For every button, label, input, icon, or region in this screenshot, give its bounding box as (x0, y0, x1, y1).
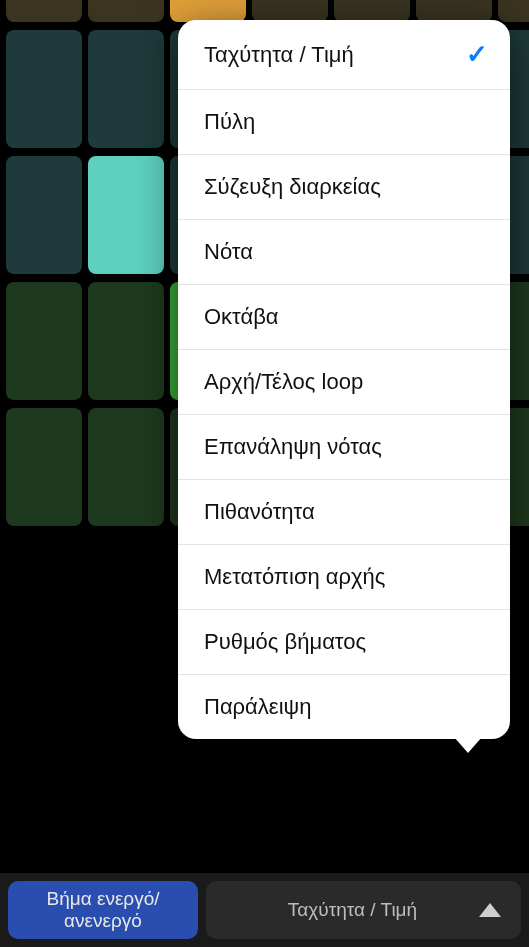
edit-mode-menu-item[interactable]: Πιθανότητα (178, 480, 510, 545)
sequencer-cell[interactable] (498, 0, 529, 22)
sequencer-cell[interactable] (88, 30, 164, 148)
edit-mode-menu-item[interactable]: Παράλειψη (178, 675, 510, 739)
edit-mode-menu-item[interactable]: Ταχύτητα / Τιμή✓ (178, 20, 510, 90)
menu-item-label: Επανάληψη νότας (204, 434, 382, 460)
edit-mode-menu: Ταχύτητα / Τιμή✓ΠύληΣύζευξη διαρκείαςΝότ… (178, 20, 510, 739)
sequencer-cell[interactable] (416, 0, 492, 22)
menu-item-label: Πιθανότητα (204, 499, 315, 525)
menu-item-label: Αρχή/Τέλος loop (204, 369, 363, 395)
menu-item-label: Σύζευξη διαρκείας (204, 174, 381, 200)
sequencer-cell[interactable] (334, 0, 410, 22)
step-toggle-button[interactable]: Βήμα ενεργό/ ανενεργό (8, 881, 198, 939)
sequencer-cell[interactable] (6, 0, 82, 22)
sequencer-cell[interactable] (88, 282, 164, 400)
edit-mode-menu-item[interactable]: Πύλη (178, 90, 510, 155)
chevron-up-icon (479, 903, 501, 917)
sequencer-cell[interactable] (6, 30, 82, 148)
edit-mode-button[interactable]: Ταχύτητα / Τιμή (206, 881, 521, 939)
edit-mode-menu-item[interactable]: Σύζευξη διαρκείας (178, 155, 510, 220)
edit-mode-menu-item[interactable]: Αρχή/Τέλος loop (178, 350, 510, 415)
bottom-toolbar: Βήμα ενεργό/ ανενεργό Ταχύτητα / Τιμή (0, 873, 529, 947)
sequencer-cell[interactable] (6, 282, 82, 400)
menu-item-label: Παράλειψη (204, 694, 311, 720)
edit-mode-menu-item[interactable]: Νότα (178, 220, 510, 285)
menu-item-label: Πύλη (204, 109, 255, 135)
sequencer-cell[interactable] (88, 408, 164, 526)
sequencer-cell[interactable] (252, 0, 328, 22)
sequencer-cell[interactable] (88, 156, 164, 274)
sequencer-cell[interactable] (170, 0, 246, 22)
menu-item-label: Ρυθμός βήματος (204, 629, 366, 655)
menu-item-label: Ταχύτητα / Τιμή (204, 42, 354, 68)
step-toggle-label: Βήμα ενεργό/ ανενεργό (46, 888, 159, 932)
edit-mode-menu-item[interactable]: Μετατόπιση αρχής (178, 545, 510, 610)
edit-mode-menu-item[interactable]: Οκτάβα (178, 285, 510, 350)
sequencer-cell[interactable] (6, 408, 82, 526)
edit-mode-popover: Ταχύτητα / Τιμή✓ΠύληΣύζευξη διαρκείαςΝότ… (178, 20, 510, 739)
edit-mode-menu-item[interactable]: Ρυθμός βήματος (178, 610, 510, 675)
sequencer-cell[interactable] (88, 0, 164, 22)
menu-item-label: Οκτάβα (204, 304, 279, 330)
edit-mode-menu-item[interactable]: Επανάληψη νότας (178, 415, 510, 480)
edit-mode-label: Ταχύτητα / Τιμή (220, 899, 485, 921)
menu-item-label: Νότα (204, 239, 253, 265)
menu-item-label: Μετατόπιση αρχής (204, 564, 385, 590)
check-icon: ✓ (466, 39, 488, 70)
sequencer-cell[interactable] (6, 156, 82, 274)
